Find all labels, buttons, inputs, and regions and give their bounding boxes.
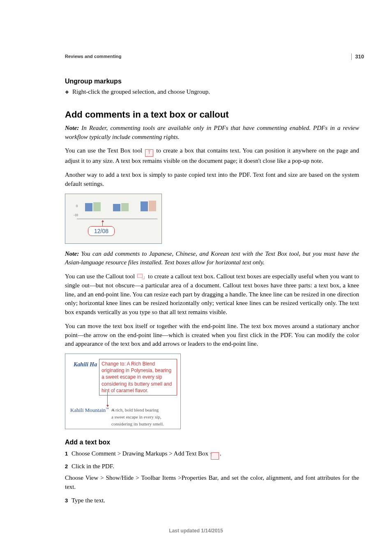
steps-list: 1Choose Comment > Drawing Markups > Add … [65,449,359,471]
page-number: 310 [351,53,364,60]
footer-last-updated: Last updated 1/14/2015 [0,527,392,534]
ungroup-text: Right-click the grouped selection, and c… [72,88,210,95]
chart-bar [113,204,120,211]
trademark-symbol: ™ [106,407,109,411]
figure2-bg-text: Kahili Ha [74,361,97,369]
axis-label-minus10: -10 [74,213,78,218]
figure2-body-text: A rich, bold blend bearing a sweet escap… [111,407,175,428]
note-label: Note: [65,250,79,257]
chart-bar [93,202,101,211]
paragraph-paste-text: Another way to add a text box is simply … [65,171,359,189]
ungroup-instruction: ❖Right-click the grouped selection, and … [65,88,359,97]
step1a: Choose Comment > Drawing Markups > Add T… [71,450,210,457]
step-3: 3Type the text. [65,496,359,505]
callout-box-1208: 12/08 [88,226,115,236]
callout-leader-line [102,220,103,226]
step-number: 3 [65,497,71,505]
heading-ungroup-markups: Ungroup markups [65,76,359,86]
chart-bar [85,203,92,211]
heading-add-comments: Add comments in a text box or callout [65,108,359,121]
step-number: 1 [65,450,71,458]
chart-bar [121,203,129,211]
chart-bar [141,201,148,211]
figure2-kahili-label: Kahili Mountain™ [70,407,109,414]
figure-textbox-callout-chart: 0 -10 12/08 [65,194,162,244]
body-line1: rich, bold blend bearing [115,407,159,412]
p3a: You can use the Callout tool [65,273,136,280]
step-1: 1Choose Comment > Drawing Markups > Add … [65,449,359,460]
note-commenting-rights: Note: In Reader, commenting tools are av… [65,124,359,142]
p1a: You can use the Text Box tool [65,147,144,154]
step2: Click in the PDF. [71,463,114,469]
bullet-diamond-icon: ❖ [65,89,72,96]
note-text: You can add comments to Japanese, Chines… [65,250,359,266]
figure2-callout-box: Change to: A Rich Blend originating in P… [99,359,177,395]
text-box-tool-icon: T [211,452,219,460]
body-line3: considering its buttery smell. [111,421,164,426]
note-text: In Reader, commenting tools are availabl… [65,125,359,140]
figure1-chart-area [77,198,157,219]
body-line2: a sweet escape in every sip, [111,414,161,419]
chart-bar [149,201,156,211]
struck-text: A [111,407,114,412]
callout-tool-icon [137,273,145,280]
figure-callout-example: Kahili Ha Change to: A Rich Blend origin… [65,354,181,429]
step1b: . [220,450,221,457]
note-label: Note: [65,125,79,131]
paragraph-move-textbox: You can move the text box itself or toge… [65,322,359,349]
step-number: 2 [65,463,71,471]
running-header: Reviews and commenting [65,53,359,60]
kahili-text: Kahili Mountain [70,407,106,413]
page: 310 Reviews and commenting Ungroup marku… [0,0,392,555]
heading-add-text-box: Add a text box [65,437,359,447]
paragraph-properties-bar: Choose View > Show/Hide > Toolbar Items … [65,474,359,492]
text-box-tool-icon: T [145,149,153,157]
step-2: 2Click in the PDF. [65,462,359,471]
paragraph-callout-tool: You can use the Callout tool to create a… [65,272,359,317]
figure2-leader-line [107,392,108,407]
note-asian-language: Note: You can add comments to Japanese, … [65,250,359,268]
axis-label-0: 0 [76,204,78,209]
paragraph-textbox-tool: You can use the Text Box tool T to creat… [65,146,359,166]
steps-list-cont: 3Type the text. [65,496,359,505]
step3: Type the text. [71,497,105,504]
